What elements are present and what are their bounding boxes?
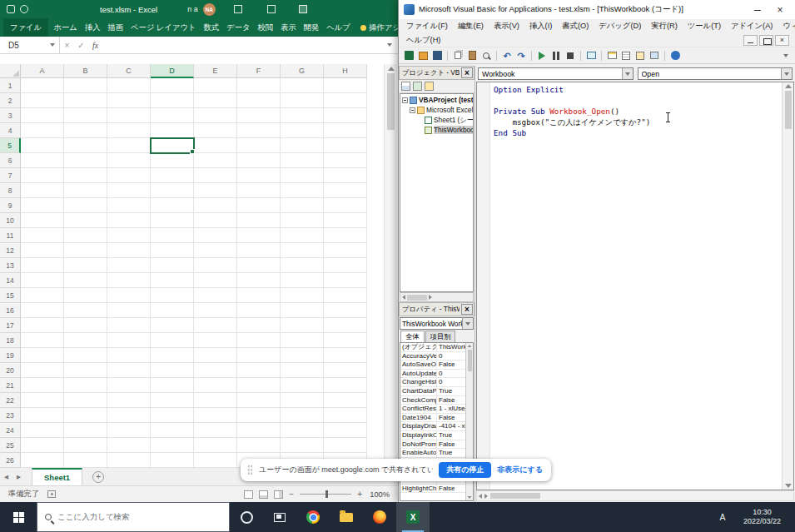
cell-A20[interactable] (21, 363, 64, 378)
user-avatar[interactable]: NA (203, 3, 216, 16)
cell-C18[interactable] (107, 333, 151, 348)
cell-F23[interactable] (237, 408, 281, 423)
cell-D13[interactable] (151, 258, 194, 273)
cell-G3[interactable] (281, 108, 324, 123)
cell-G15[interactable] (281, 288, 324, 303)
ribbon-tab-ホーム[interactable]: ホーム (50, 18, 81, 37)
cell-B26[interactable] (64, 453, 107, 468)
document-close-button[interactable]: × (775, 35, 789, 46)
cell-E14[interactable] (194, 273, 237, 288)
cell-H8[interactable] (324, 183, 367, 198)
cell-A10[interactable] (21, 213, 64, 228)
cell-B22[interactable] (64, 393, 107, 408)
cell-F18[interactable] (237, 333, 281, 348)
cell-D14[interactable] (151, 273, 194, 288)
cell-B17[interactable] (64, 318, 107, 333)
row-header-22[interactable]: 22 (0, 393, 21, 408)
cell-A15[interactable] (21, 288, 64, 303)
property-row[interactable]: AccuracyVersion0 (400, 352, 473, 361)
menu-挿入(I)[interactable]: 挿入(I) (524, 21, 557, 32)
cell-G2[interactable] (281, 93, 324, 108)
cell-F15[interactable] (237, 288, 281, 303)
cell-C1[interactable] (107, 78, 151, 93)
cell-G7[interactable] (281, 168, 324, 183)
cell-A23[interactable] (21, 408, 64, 423)
reset-button[interactable] (564, 50, 576, 62)
document-minimize-button[interactable] (743, 35, 758, 46)
cell-B21[interactable] (64, 378, 107, 393)
insert-function-icon[interactable]: fx (88, 41, 102, 50)
cell-E13[interactable] (194, 258, 237, 273)
cell-B8[interactable] (64, 183, 107, 198)
column-header-A[interactable]: A (21, 64, 64, 78)
cell-C12[interactable] (107, 243, 151, 258)
property-row[interactable]: ChartDataPointTrackTrue (400, 387, 473, 396)
row-header-9[interactable]: 9 (0, 198, 21, 213)
row-header-15[interactable]: 15 (0, 288, 21, 303)
column-header-G[interactable]: G (281, 64, 324, 78)
cell-A16[interactable] (21, 303, 64, 318)
chevron-down-icon[interactable] (784, 72, 789, 76)
firefox-taskbar-button[interactable] (363, 502, 396, 532)
save-icon[interactable] (7, 5, 15, 13)
cell-H21[interactable] (324, 378, 367, 393)
cell-G20[interactable] (281, 363, 324, 378)
cell-C22[interactable] (107, 393, 151, 408)
property-row[interactable]: HighlightChangesOnScreenFalse (400, 485, 473, 494)
cell-A6[interactable] (21, 153, 64, 168)
properties-panel-close-button[interactable]: × (461, 304, 473, 315)
cell-E5[interactable] (194, 138, 237, 153)
cell-G11[interactable] (281, 228, 324, 243)
code-hscrollbar[interactable] (476, 490, 794, 501)
code-vscrollbar[interactable] (782, 82, 793, 490)
cell-G18[interactable] (281, 333, 324, 348)
row-header-12[interactable]: 12 (0, 243, 21, 258)
menu-デバッグ(D)[interactable]: デバッグ(D) (594, 21, 646, 32)
cell-A4[interactable] (21, 123, 64, 138)
cell-A19[interactable] (21, 348, 64, 363)
cell-B5[interactable] (64, 138, 107, 153)
name-box[interactable]: D5 (0, 37, 60, 53)
cell-D23[interactable] (151, 408, 194, 423)
cell-C23[interactable] (107, 408, 151, 423)
scroll-thumb[interactable] (468, 350, 472, 371)
zoom-slider[interactable] (300, 494, 351, 495)
ribbon-tab-ヘルプ[interactable]: ヘルプ (323, 18, 355, 37)
cell-A8[interactable] (21, 183, 64, 198)
cell-B11[interactable] (64, 228, 107, 243)
property-row[interactable]: AutoSaveOnFalse (400, 360, 473, 370)
menu-ファイル(F)[interactable]: ファイル(F) (401, 21, 453, 32)
column-header-E[interactable]: E (194, 64, 237, 78)
cell-C20[interactable] (107, 363, 151, 378)
cell-D3[interactable] (151, 108, 194, 123)
cell-H13[interactable] (324, 258, 367, 273)
cell-C26[interactable] (107, 453, 151, 468)
cell-E26[interactable] (194, 453, 237, 468)
cell-F13[interactable] (237, 258, 281, 273)
cell-B7[interactable] (64, 168, 107, 183)
chrome-taskbar-button[interactable] (296, 502, 330, 532)
cell-F10[interactable] (237, 213, 281, 228)
project-tree-hscrollbar[interactable] (400, 292, 474, 302)
cell-E11[interactable] (194, 228, 237, 243)
cell-C5[interactable] (107, 138, 151, 153)
row-header-6[interactable]: 6 (0, 153, 21, 168)
vba-minimize-button[interactable] (749, 5, 766, 14)
cell-F24[interactable] (237, 423, 281, 438)
cell-D2[interactable] (151, 93, 194, 108)
cell-D21[interactable] (151, 378, 194, 393)
cell-H25[interactable] (324, 438, 367, 453)
cell-D8[interactable] (151, 183, 194, 198)
scroll-thumb[interactable] (490, 493, 540, 499)
cell-D4[interactable] (151, 123, 194, 138)
cell-F19[interactable] (237, 348, 281, 363)
cell-E15[interactable] (194, 288, 237, 303)
scroll-left-icon[interactable] (402, 295, 405, 300)
cell-B23[interactable] (64, 408, 107, 423)
cell-B9[interactable] (64, 198, 107, 213)
break-button[interactable] (550, 50, 562, 62)
cell-C19[interactable] (107, 348, 151, 363)
display-options-icon[interactable] (234, 5, 242, 13)
cell-E21[interactable] (194, 378, 237, 393)
cell-H17[interactable] (324, 318, 367, 333)
